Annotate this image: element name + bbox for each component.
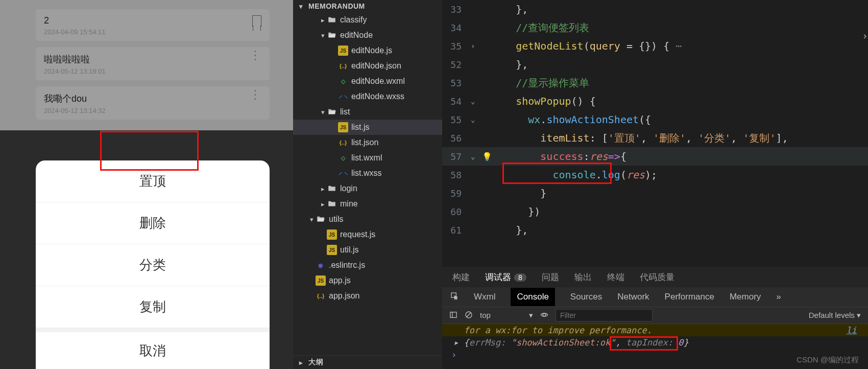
- live-expression-icon[interactable]: [540, 311, 548, 320]
- chevron-icon: ▸: [319, 200, 327, 208]
- note-card[interactable]: 2 2024-04-09 15:54:11: [36, 9, 270, 41]
- file-item[interactable]: ⟋⟍editNode.wxss: [293, 89, 442, 104]
- line-number: 34: [442, 22, 471, 33]
- tab-debugger[interactable]: 调试器8: [485, 271, 526, 283]
- fold-icon[interactable]: ⌄: [471, 97, 482, 105]
- file-item[interactable]: ◇editNode.wxml: [293, 74, 442, 89]
- svg-point-5: [543, 313, 545, 316]
- code-line[interactable]: 55⌄ wx.showActionSheet({: [442, 110, 868, 129]
- tree-label: app.json: [329, 291, 360, 301]
- folder-item[interactable]: ▾utils: [293, 212, 442, 227]
- code-text: itemList: ['置顶', '删除', '分类', '复制'],: [491, 131, 788, 145]
- code-line[interactable]: 56 itemList: ['置顶', '删除', '分类', '复制'],: [442, 129, 868, 147]
- outline-section-header[interactable]: ▸ 大纲: [293, 355, 442, 369]
- lightbulb-icon[interactable]: 💡: [482, 152, 491, 162]
- action-sheet-item-classify[interactable]: 分类: [36, 244, 270, 286]
- log-level-select[interactable]: Default levels ▾: [809, 311, 861, 320]
- file-item[interactable]: ◉.eslintrc.js: [293, 258, 442, 273]
- tab-code-quality[interactable]: 代码质量: [640, 271, 674, 283]
- editor-pane: › 33 },34 //查询便签列表35› getNodeList(query …: [442, 0, 868, 369]
- clear-console-icon[interactable]: [465, 311, 473, 320]
- action-sheet-item-copy[interactable]: 复制: [36, 286, 270, 328]
- tab-sources[interactable]: Sources: [570, 292, 602, 302]
- more-icon[interactable]: ⋮: [249, 53, 261, 57]
- more-icon[interactable]: ⋮: [249, 93, 261, 97]
- fold-expand-icon[interactable]: ›: [862, 30, 868, 42]
- tab-memory[interactable]: Memory: [730, 292, 761, 302]
- file-item[interactable]: JSrequest.js: [293, 227, 442, 242]
- filter-input[interactable]: [556, 309, 653, 321]
- svg-rect-1: [450, 312, 456, 317]
- file-tree[interactable]: ▸classify▾editNodeJSeditNode.js{..}editN…: [293, 12, 442, 355]
- code-line[interactable]: 61 },: [442, 221, 868, 239]
- explorer-section-header[interactable]: ▾ MEMORANDUM: [293, 0, 442, 12]
- action-sheet-cancel[interactable]: 取消: [36, 328, 270, 369]
- file-item[interactable]: JSeditNode.js: [293, 43, 442, 58]
- code-line[interactable]: 33 },: [442, 0, 868, 18]
- code-line[interactable]: 52 },: [442, 55, 868, 74]
- code-line[interactable]: 60 }): [442, 202, 868, 221]
- folder-item[interactable]: ▸login: [293, 181, 442, 196]
- code-line[interactable]: 53 //显示操作菜单: [442, 74, 868, 92]
- chevron-icon: ▸: [319, 16, 327, 24]
- folder-item[interactable]: ▸mine: [293, 196, 442, 212]
- file-item[interactable]: ◇list.wxml: [293, 150, 442, 166]
- fold-icon[interactable]: ›: [471, 42, 482, 50]
- tab-terminal[interactable]: 终端: [607, 271, 624, 283]
- devtools-tabs: Wxml Console Sources Network Performance…: [442, 287, 868, 307]
- console-log-line[interactable]: ▸ {errMsg: "showActionSheet:ok", tapInde…: [442, 336, 868, 349]
- code-line[interactable]: 59 }: [442, 184, 868, 202]
- code-text: },: [491, 224, 528, 236]
- folder-item[interactable]: ▸classify: [293, 12, 442, 28]
- console-warning-line: for a wx:for to improve performance. li: [442, 324, 868, 336]
- bookmark-icon[interactable]: [252, 15, 261, 27]
- expand-icon[interactable]: ▸: [453, 337, 459, 348]
- action-sheet-item-top[interactable]: 置顶: [36, 160, 270, 202]
- tab-wxml[interactable]: Wxml: [474, 292, 495, 302]
- file-item[interactable]: {..}app.json: [293, 288, 442, 304]
- file-item[interactable]: JSutil.js: [293, 242, 442, 258]
- code-text: }: [491, 187, 546, 199]
- context-select[interactable]: top ▾: [480, 311, 533, 320]
- tab-console[interactable]: Console: [511, 288, 554, 306]
- note-card[interactable]: 我嘞个dou 2024-05-12 13:14:32 ⋮: [36, 86, 270, 120]
- chevron-icon: ▸: [319, 185, 327, 193]
- phone-screen: 2 2024-04-09 15:54:11 啦啦啦啦啦 2024-05-12 1…: [0, 0, 293, 130]
- tree-label: list.json: [351, 138, 378, 147]
- tab-performance[interactable]: Performance: [665, 292, 714, 302]
- sidebar-toggle-icon[interactable]: [449, 311, 457, 320]
- more-tabs-icon[interactable]: »: [776, 292, 781, 302]
- file-item[interactable]: {..}editNode.json: [293, 58, 442, 74]
- code-line[interactable]: 35› getNodeList(query = {}) { ⋯: [442, 37, 868, 55]
- fold-icon[interactable]: ⌄: [471, 152, 482, 160]
- line-number: 59: [442, 188, 471, 199]
- line-number: 58: [442, 170, 471, 180]
- code-line[interactable]: 57⌄💡 success:res=>{: [442, 147, 868, 166]
- code-line[interactable]: 34 //查询便签列表: [442, 18, 868, 37]
- inspect-icon[interactable]: [450, 292, 459, 303]
- file-item[interactable]: JSapp.js: [293, 273, 442, 288]
- tab-build[interactable]: 构建: [452, 271, 470, 283]
- file-item[interactable]: JSlist.js: [293, 120, 442, 135]
- fold-icon[interactable]: ⌄: [471, 116, 482, 124]
- note-card[interactable]: 啦啦啦啦啦 2024-05-12 13:19:01 ⋮: [36, 47, 270, 80]
- code-text: },: [491, 3, 528, 15]
- tab-output[interactable]: 输出: [574, 271, 592, 283]
- code-editor[interactable]: › 33 },34 //查询便签列表35› getNodeList(query …: [442, 0, 868, 267]
- tree-label: editNode.json: [351, 61, 401, 71]
- code-line[interactable]: 58 console.log(res);: [442, 166, 868, 184]
- code-line[interactable]: 54⌄ showPopup() {: [442, 92, 868, 110]
- action-sheet-item-delete[interactable]: 删除: [36, 202, 270, 244]
- project-name: MEMORANDUM: [308, 2, 365, 10]
- tab-network[interactable]: Network: [617, 292, 649, 302]
- console-toolbar: top ▾ Default levels ▾: [442, 307, 868, 324]
- code-text: success:res=>{: [491, 150, 626, 163]
- file-item[interactable]: {..}list.json: [293, 135, 442, 150]
- folder-item[interactable]: ▾editNode: [293, 28, 442, 43]
- line-number: 55: [442, 114, 471, 125]
- folder-item[interactable]: ▾list: [293, 104, 442, 120]
- note-title: 啦啦啦啦啦: [44, 53, 249, 65]
- file-item[interactable]: ⟋⟍list.wxss: [293, 166, 442, 181]
- tab-problems[interactable]: 问题: [542, 271, 559, 283]
- line-number: 56: [442, 133, 471, 144]
